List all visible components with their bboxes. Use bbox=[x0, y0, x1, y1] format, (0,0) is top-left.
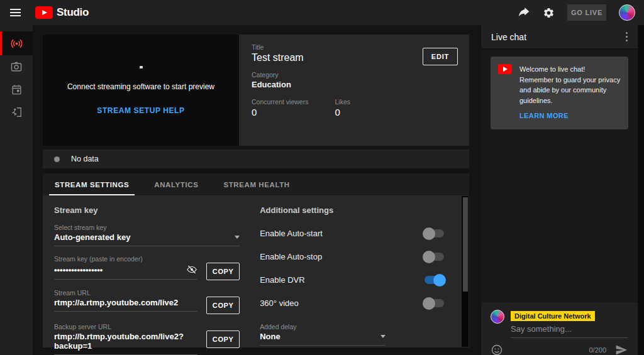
share-icon[interactable] bbox=[518, 6, 530, 19]
stream-key-field: ••••••••••••••••• bbox=[54, 263, 197, 280]
stream-url-field: rtmp://a.rtmp.youtube.com/live2 bbox=[54, 297, 197, 312]
select-stream-key-label: Select stream key bbox=[54, 224, 240, 231]
auto-start-toggle[interactable] bbox=[425, 229, 444, 238]
additional-settings-title: Additional settings bbox=[260, 205, 457, 215]
char-counter: 0/200 bbox=[589, 346, 606, 354]
youtube-logo-icon bbox=[35, 6, 53, 19]
send-icon[interactable] bbox=[615, 344, 628, 355]
account-avatar[interactable] bbox=[619, 4, 635, 21]
webcam-icon bbox=[10, 60, 23, 73]
stream-key-masked-value: ••••••••••••••••• bbox=[54, 265, 103, 275]
no-data-text: No data bbox=[71, 155, 99, 163]
copy-stream-url-button[interactable]: COPY bbox=[206, 297, 240, 314]
stream-setup-help-link[interactable]: STREAM SETUP HELP bbox=[97, 106, 184, 115]
youtube-logo-icon bbox=[498, 64, 512, 74]
sidebar-item-exit-live[interactable] bbox=[0, 101, 33, 123]
top-bar: Studio GO LIVE bbox=[0, 0, 644, 25]
stream-url-value: rtmp://a.rtmp.youtube.com/live2 bbox=[54, 298, 178, 307]
auto-stop-toggle[interactable] bbox=[425, 253, 444, 261]
chat-username-badge: Digital Culture Network bbox=[511, 311, 595, 321]
sidebar-item-manage[interactable] bbox=[0, 78, 33, 101]
dropdown-caret-icon bbox=[235, 236, 240, 239]
backup-url-field: rtmp://b.rtmp.youtube.com/live2?backup=1 bbox=[54, 330, 197, 355]
backup-url-label: Backup server URL bbox=[54, 323, 240, 330]
chat-welcome-card: Welcome to live chat! Remember to guard … bbox=[491, 57, 628, 129]
tab-stream-settings[interactable]: STREAM SETTINGS bbox=[49, 173, 135, 195]
likes-label: Likes bbox=[335, 98, 350, 106]
dvr-label: Enable DVR bbox=[260, 275, 425, 285]
stream-url-label: Stream URL bbox=[54, 289, 240, 297]
auto-start-label: Enable Auto-start bbox=[260, 229, 425, 238]
copy-stream-key-button[interactable]: COPY bbox=[206, 263, 240, 280]
video-360-label: 360° video bbox=[260, 298, 425, 308]
stream-details: Title Test stream Category Education Con… bbox=[239, 35, 469, 146]
stream-key-section: Stream key Select stream key Auto-genera… bbox=[54, 205, 240, 347]
category-label: Category bbox=[252, 71, 457, 79]
stream-broadcast-icon bbox=[10, 37, 23, 50]
stream-key-select-value: Auto-generated key bbox=[54, 232, 130, 242]
chat-header: Live chat bbox=[481, 25, 638, 48]
added-delay-label: Added delay bbox=[260, 323, 386, 330]
stream-info-card: Connect streaming software to start prev… bbox=[43, 35, 469, 146]
copy-backup-url-button[interactable]: COPY bbox=[206, 330, 240, 348]
chat-user-avatar bbox=[491, 310, 504, 324]
settings-scrollbar[interactable] bbox=[462, 196, 469, 347]
settings-gear-icon[interactable] bbox=[543, 7, 555, 19]
learn-more-link[interactable]: LEARN MORE bbox=[519, 112, 569, 119]
dvr-toggle[interactable] bbox=[425, 276, 444, 284]
chat-title: Live chat bbox=[491, 32, 622, 42]
studio-logo[interactable]: Studio bbox=[35, 6, 89, 19]
tab-analytics[interactable]: ANALYTICS bbox=[148, 173, 204, 195]
sidebar-item-stream[interactable] bbox=[0, 31, 33, 55]
menu-icon[interactable] bbox=[0, 9, 30, 16]
sidebar-item-webcam[interactable] bbox=[0, 55, 33, 78]
live-chat-panel: Live chat Welcome to live chat! Remember… bbox=[481, 25, 638, 355]
visibility-off-icon[interactable] bbox=[186, 264, 197, 275]
backup-url-value: rtmp://b.rtmp.youtube.com/live2?backup=1 bbox=[54, 332, 197, 351]
added-delay-value: None bbox=[260, 332, 280, 341]
chat-message-input[interactable] bbox=[511, 321, 628, 338]
stream-key-select[interactable]: Auto-generated key bbox=[54, 231, 240, 246]
additional-settings-section: Additional settings Enable Auto-start En… bbox=[260, 205, 457, 347]
topbar-actions: GO LIVE bbox=[518, 4, 644, 21]
tab-stream-health[interactable]: STREAM HEALTH bbox=[218, 173, 295, 195]
page-scrollbar-gutter bbox=[638, 25, 644, 355]
viewers-label: Concurrent viewers bbox=[252, 98, 308, 106]
stream-key-field-label: Stream key (paste in encoder) bbox=[54, 255, 240, 263]
kebab-menu-icon[interactable] bbox=[622, 30, 632, 45]
exit-live-icon bbox=[11, 106, 23, 118]
auto-stop-label: Enable Auto-stop bbox=[260, 252, 425, 261]
tab-bar: STREAM SETTINGS ANALYTICS STREAM HEALTH bbox=[43, 173, 469, 195]
stream-category: Education bbox=[252, 80, 457, 89]
video-360-toggle[interactable] bbox=[425, 299, 444, 307]
chat-welcome-text: Welcome to live chat! Remember to guard … bbox=[519, 64, 621, 106]
status-dot-icon bbox=[54, 156, 60, 162]
settings-scrollbar-thumb[interactable] bbox=[463, 197, 468, 292]
go-live-button[interactable]: GO LIVE bbox=[567, 4, 606, 21]
edit-button[interactable]: EDIT bbox=[423, 48, 458, 65]
youtube-studio-live-dashboard: Studio GO LIVE bbox=[0, 0, 644, 355]
likes-value: 0 bbox=[335, 107, 350, 117]
dropdown-caret-icon bbox=[380, 335, 386, 338]
manage-calendar-icon bbox=[11, 84, 23, 96]
stream-health-strip: No data bbox=[43, 150, 469, 168]
preview-loading-indicator bbox=[140, 66, 143, 68]
preview-message: Connect streaming software to start prev… bbox=[67, 82, 214, 91]
stream-preview: Connect streaming software to start prev… bbox=[43, 35, 239, 146]
stream-settings-panel: Stream key Select stream key Auto-genera… bbox=[43, 195, 469, 347]
added-delay-select[interactable]: None bbox=[260, 330, 386, 346]
chat-input-area: Digital Culture Network 0/200 bbox=[481, 302, 638, 355]
product-name: Studio bbox=[57, 6, 89, 19]
stream-key-title: Stream key bbox=[54, 205, 240, 215]
viewers-value: 0 bbox=[252, 107, 308, 117]
stream-stats: Concurrent viewers 0 Likes 0 bbox=[252, 98, 457, 117]
left-sidebar bbox=[0, 25, 33, 355]
chat-messages: Welcome to live chat! Remember to guard … bbox=[481, 48, 638, 302]
emoji-icon[interactable] bbox=[491, 344, 503, 355]
